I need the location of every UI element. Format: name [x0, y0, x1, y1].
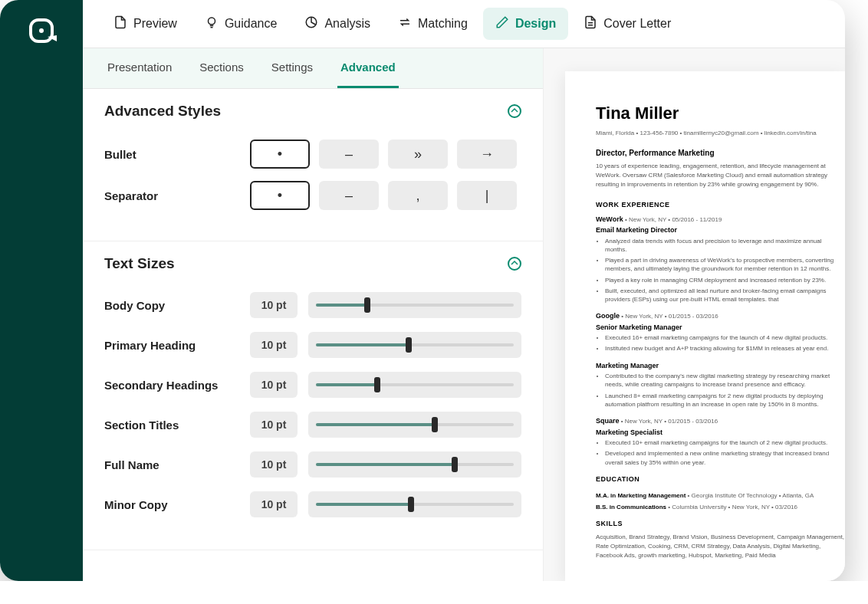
slider-thumb[interactable]	[452, 457, 458, 472]
doc-icon	[584, 15, 597, 32]
nav-guidance[interactable]: Guidance	[192, 8, 290, 40]
size-slider[interactable]	[308, 292, 521, 318]
size-row-primary-heading: Primary Heading 10 pt	[104, 332, 521, 358]
size-row-minor-copy: Minor Copy 10 pt	[104, 491, 521, 517]
size-label: Primary Heading	[104, 339, 250, 352]
svg-point-2	[208, 18, 215, 25]
content: PresentationSectionsSettingsAdvanced Adv…	[83, 48, 845, 581]
advanced-styles-header[interactable]: Advanced Styles	[83, 89, 543, 133]
app-window: PreviewGuidanceAnalysisMatchingDesignCov…	[0, 0, 845, 581]
size-label: Minor Copy	[104, 498, 250, 511]
size-label: Full Name	[104, 458, 250, 471]
slider-thumb[interactable]	[432, 417, 438, 432]
work-title: WORK EXPERIENCE	[596, 200, 845, 210]
subtab-advanced[interactable]: Advanced	[337, 48, 399, 88]
bullet-option-0[interactable]: •	[250, 140, 310, 169]
size-row-section-titles: Section Titles 10 pt	[104, 412, 521, 438]
nav-label: Design	[515, 17, 556, 31]
job-company-line: WeWork • New York, NY • 05/2016 - 11/201…	[596, 215, 845, 225]
size-row-full-name: Full Name 10 pt	[104, 451, 521, 478]
size-slider[interactable]	[308, 372, 521, 398]
separator-option-1[interactable]: –	[319, 181, 379, 210]
size-value: 10 pt	[250, 372, 298, 398]
nav-label: Matching	[418, 17, 468, 31]
education-title: EDUCATION	[596, 474, 845, 484]
nav-label: Guidance	[225, 17, 278, 31]
subtab-presentation[interactable]: Presentation	[104, 48, 175, 88]
job-bullet: Executed 10+ email marketing campaigns f…	[605, 438, 845, 447]
size-value: 10 pt	[250, 412, 298, 438]
nav-label: Preview	[133, 17, 177, 31]
pie-icon	[304, 15, 318, 32]
subtab-settings[interactable]: Settings	[268, 48, 316, 88]
job-title: Senior Marketing Manager	[596, 323, 845, 333]
size-label: Body Copy	[104, 299, 250, 312]
job-bullet: Analyzed data trends with focus and prec…	[605, 237, 845, 254]
chevron-up-icon	[508, 257, 521, 271]
text-sizes-title: Text Sizes	[104, 255, 175, 272]
nav-label: Analysis	[324, 17, 370, 31]
slider-thumb[interactable]	[374, 377, 380, 392]
skills-title: SKILLS	[596, 519, 845, 529]
bullet-option-1[interactable]: –	[319, 140, 379, 169]
resume-summary: 10 years of experience leading, engageme…	[596, 162, 845, 189]
resume-contact: Miami, Florida • 123-456-7890 • tinamill…	[596, 129, 845, 137]
size-label: Section Titles	[104, 419, 250, 432]
bullet-label: Bullet	[104, 148, 250, 161]
job-title: Marketing Manager	[596, 361, 845, 371]
job-company-line: Square • New York, NY • 01/2015 - 03/201…	[596, 416, 845, 426]
app-logo-icon	[26, 15, 57, 46]
svg-point-1	[39, 28, 44, 33]
sidebar	[0, 0, 83, 581]
resume-document: Tina Miller Miami, Florida • 123-456-789…	[565, 71, 845, 581]
nav-preview[interactable]: Preview	[101, 8, 189, 40]
slider-thumb[interactable]	[408, 497, 414, 512]
separator-option-0[interactable]: •	[250, 181, 310, 210]
size-value: 10 pt	[250, 451, 298, 478]
nav-matching[interactable]: Matching	[386, 8, 480, 40]
nav-design[interactable]: Design	[483, 8, 568, 40]
size-slider[interactable]	[308, 412, 521, 438]
text-sizes-section: Text Sizes Body Copy 10 pt Primary Headi…	[83, 241, 543, 550]
size-value: 10 pt	[250, 292, 298, 318]
nav-analysis[interactable]: Analysis	[292, 8, 383, 40]
advanced-styles-title: Advanced Styles	[104, 103, 221, 120]
slider-thumb[interactable]	[364, 297, 370, 313]
size-slider[interactable]	[308, 491, 521, 517]
chevron-up-icon	[508, 104, 521, 118]
job-bullet: Played a part in driving awareness of We…	[605, 256, 845, 273]
file-icon	[113, 15, 127, 32]
edu-line: M.A. in Marketing Management • Georgia I…	[596, 491, 845, 500]
resume-subtitle: Director, Performance Marketing	[596, 148, 845, 159]
top-nav: PreviewGuidanceAnalysisMatchingDesignCov…	[83, 0, 845, 48]
pen-icon	[495, 15, 509, 32]
size-slider[interactable]	[308, 451, 521, 478]
skills-text: Acquisition, Brand Strategy, Brand Visio…	[596, 533, 845, 560]
job-company-line: Google • New York, NY • 01/2015 - 03/201…	[596, 311, 845, 321]
job-bullet: Developed and implemented a new online m…	[605, 449, 845, 466]
separator-option-2[interactable]: ,	[388, 181, 448, 210]
size-value: 10 pt	[250, 491, 298, 517]
bullet-row: Bullet •–»→	[104, 140, 521, 169]
edu-line: B.S. in Communications • Columbia Univer…	[596, 503, 845, 511]
size-slider[interactable]	[308, 332, 521, 358]
slider-thumb[interactable]	[406, 337, 412, 353]
nav-label: Cover Letter	[603, 17, 671, 31]
bullet-option-3[interactable]: →	[457, 140, 517, 169]
job-bullet: Built, executed, and optimized all lead …	[605, 287, 845, 304]
separator-label: Separator	[104, 189, 250, 202]
left-panel: PresentationSectionsSettingsAdvanced Adv…	[83, 48, 543, 581]
job-bullet: Launched 8+ email marketing campaigns fo…	[605, 392, 845, 409]
bulb-icon	[205, 15, 219, 32]
sub-tabs: PresentationSectionsSettingsAdvanced	[83, 48, 543, 89]
main: PreviewGuidanceAnalysisMatchingDesignCov…	[83, 0, 845, 581]
separator-option-3[interactable]: |	[457, 181, 517, 210]
bullet-option-2[interactable]: »	[388, 140, 448, 169]
separator-row: Separator •–,|	[104, 181, 521, 210]
nav-cover-letter[interactable]: Cover Letter	[571, 8, 683, 40]
subtab-sections[interactable]: Sections	[196, 48, 247, 88]
job-title: Marketing Specialist	[596, 428, 845, 438]
size-row-body-copy: Body Copy 10 pt	[104, 292, 521, 318]
text-sizes-header[interactable]: Text Sizes	[83, 241, 543, 286]
job-bullet: Instituted new budget and A+P tracking a…	[605, 344, 845, 353]
